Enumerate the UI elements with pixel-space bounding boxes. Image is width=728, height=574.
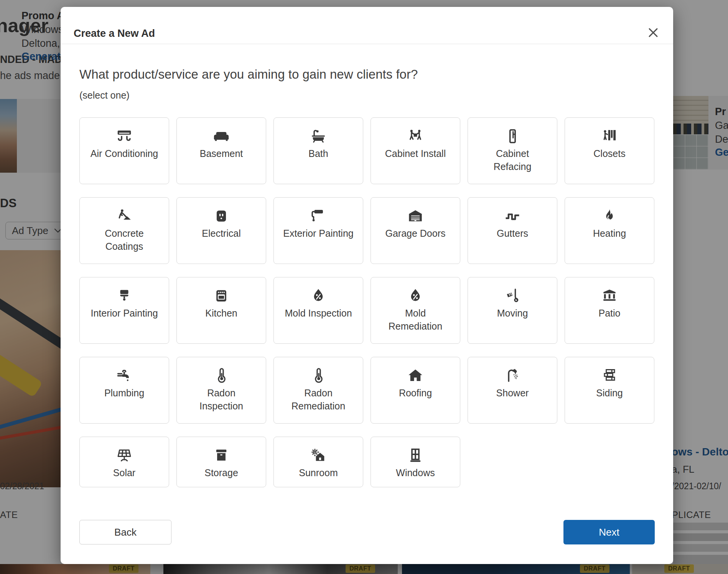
tile-shower[interactable]: Shower (468, 357, 557, 424)
dolly-icon (504, 287, 521, 305)
tile-gutters[interactable]: Gutters (468, 197, 557, 264)
tile-cabinet-install[interactable]: Cabinet Install (371, 117, 460, 184)
solar-icon (115, 447, 133, 464)
tile-bath[interactable]: Bath (273, 117, 363, 184)
box-icon (212, 447, 230, 464)
tile-patio[interactable]: Patio (565, 277, 654, 344)
house-icon (407, 367, 424, 384)
tile-closets[interactable]: Closets (565, 117, 654, 184)
thermometer-icon (212, 367, 230, 384)
tile-cabinet-refacing[interactable]: Cabinet Refacing (468, 117, 557, 184)
sunroom-icon (310, 447, 327, 464)
movers-icon (407, 127, 424, 145)
couch-icon (212, 127, 230, 145)
thermometer-icon (310, 367, 327, 384)
closet-icon (601, 127, 618, 145)
tile-plumbing[interactable]: Plumbing (79, 357, 169, 424)
tile-radon-inspection[interactable]: Radon Inspection (176, 357, 266, 424)
outlet-icon (212, 207, 230, 225)
tile-electrical[interactable]: Electrical (176, 197, 266, 264)
cabinet-icon (504, 127, 521, 145)
tile-basement[interactable]: Basement (176, 117, 266, 184)
flame-icon (601, 207, 618, 225)
tile-solar[interactable]: Solar (79, 437, 169, 487)
garage-icon (407, 207, 424, 225)
close-icon (647, 26, 660, 39)
tile-mold-remediation[interactable]: Mold Remediation (371, 277, 460, 344)
tile-siding[interactable]: Siding (565, 357, 654, 424)
tile-exterior-painting[interactable]: Exterior Painting (273, 197, 363, 264)
faucet-icon (115, 367, 133, 384)
close-button[interactable] (645, 25, 662, 41)
siding-icon (601, 367, 618, 384)
tile-kitchen[interactable]: Kitchen (176, 277, 266, 344)
roller-icon (310, 207, 327, 225)
patio-icon (601, 287, 618, 305)
tile-roofing[interactable]: Roofing (371, 357, 460, 424)
tile-mold-inspection[interactable]: Mold Inspection (273, 277, 363, 344)
tile-storage[interactable]: Storage (176, 437, 266, 487)
gutter-icon (504, 207, 521, 225)
digger-icon (115, 207, 133, 225)
modal-header: Create a New Ad (61, 7, 673, 44)
mold-icon (407, 287, 424, 305)
tile-air-conditioning[interactable]: Air Conditioning (79, 117, 169, 184)
tile-sunroom[interactable]: Sunroom (273, 437, 363, 487)
brush-icon (115, 287, 133, 305)
tile-heating[interactable]: Heating (565, 197, 654, 264)
bath-icon (310, 127, 327, 145)
question-text: What product/service are you aiming to g… (79, 66, 418, 83)
window-icon (407, 447, 424, 464)
tile-windows[interactable]: Windows (371, 437, 460, 487)
create-ad-modal: Create a New Ad What product/service are… (61, 7, 673, 564)
modal-title: Create a New Ad (74, 28, 155, 40)
tile-garage-doors[interactable]: Garage Doors (371, 197, 460, 264)
next-button[interactable]: Next (563, 520, 655, 544)
tile-concrete-coatings[interactable]: Concrete Coatings (79, 197, 169, 264)
tile-moving[interactable]: Moving (468, 277, 557, 344)
back-button[interactable]: Back (79, 520, 171, 544)
mold-icon (310, 287, 327, 305)
tile-radon-remediation[interactable]: Radon Remediation (273, 357, 363, 424)
instruction-text: (select one) (79, 90, 130, 101)
stove-icon (212, 287, 230, 305)
tile-interior-painting[interactable]: Interior Painting (79, 277, 169, 344)
shower-icon (504, 367, 521, 384)
service-grid: Air Conditioning Basement Bath Cabinet I… (79, 117, 654, 487)
ac-icon (115, 127, 133, 145)
